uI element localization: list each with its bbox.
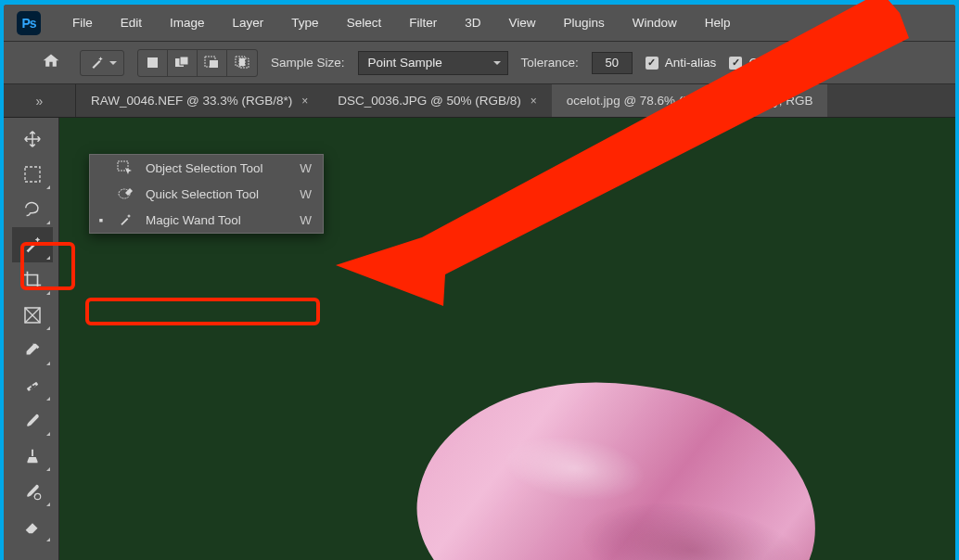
document-tabs: » RAW_0046.NEF @ 33.3% (RGB/8*) × DSC_00… bbox=[4, 84, 955, 118]
svg-point-13 bbox=[34, 493, 40, 499]
move-tool[interactable] bbox=[12, 121, 53, 157]
contiguous-label: Contiguous bbox=[748, 56, 812, 70]
add-selection-button[interactable] bbox=[168, 50, 198, 76]
new-selection-button[interactable] bbox=[138, 50, 168, 76]
menu-window[interactable]: Window bbox=[623, 11, 686, 34]
quick-selection-icon bbox=[116, 186, 134, 201]
menu-layer[interactable]: Layer bbox=[224, 11, 274, 34]
contiguous-checkbox[interactable]: ✓ Contiguous bbox=[729, 56, 812, 70]
sample-size-dropdown[interactable]: Point Sample bbox=[358, 51, 508, 75]
magic-wand-icon bbox=[86, 55, 107, 71]
flyout-item-magic-wand[interactable]: ▪ Magic Wand Tool W bbox=[90, 207, 323, 233]
menu-filter[interactable]: Filter bbox=[400, 11, 446, 34]
healing-brush-tool[interactable] bbox=[12, 368, 53, 403]
flyout-label: Quick Selection Tool bbox=[146, 187, 288, 201]
menu-edit[interactable]: Edit bbox=[111, 11, 151, 34]
antialias-checkbox[interactable]: ✓ Anti-alias bbox=[646, 56, 717, 70]
menu-type[interactable]: Type bbox=[282, 11, 327, 34]
brush-tool[interactable] bbox=[12, 403, 53, 439]
magic-wand-icon bbox=[116, 212, 134, 227]
menus: File Edit Image Layer Type Select Filter… bbox=[63, 11, 740, 34]
flyout-label: Magic Wand Tool bbox=[146, 213, 288, 227]
lasso-tool[interactable] bbox=[12, 192, 53, 227]
checkmark-icon: ✓ bbox=[729, 57, 742, 70]
menu-file[interactable]: File bbox=[63, 11, 102, 34]
eyedropper-tool[interactable] bbox=[12, 333, 53, 368]
annotation-highlight bbox=[85, 298, 320, 325]
app-window: Ps File Edit Image Layer Type Select Fil… bbox=[4, 5, 955, 560]
checkmark-icon: ✓ bbox=[646, 57, 659, 70]
tolerance-label: Tolerance: bbox=[521, 56, 579, 70]
chevron-down-icon bbox=[109, 58, 118, 68]
frame-tool[interactable] bbox=[12, 298, 53, 333]
clone-stamp-tool[interactable] bbox=[12, 439, 53, 474]
close-icon[interactable]: × bbox=[301, 95, 308, 108]
sample-size-value: Point Sample bbox=[368, 56, 442, 70]
options-bar: Sample Size: Point Sample Tolerance: ✓ A… bbox=[4, 42, 955, 84]
history-brush-tool[interactable] bbox=[12, 474, 53, 509]
sample-size-label: Sample Size: bbox=[271, 56, 345, 70]
object-selection-icon bbox=[116, 160, 134, 175]
menu-view[interactable]: View bbox=[499, 11, 544, 34]
flyout-item-object-selection[interactable]: Object Selection Tool W bbox=[90, 155, 323, 181]
document-tab[interactable]: RAW_0046.NEF @ 33.3% (RGB/8*) × bbox=[76, 84, 323, 117]
selection-mode-group bbox=[137, 49, 258, 77]
flyout-shortcut: W bbox=[300, 187, 315, 201]
tool-preset-dropdown[interactable] bbox=[80, 50, 124, 76]
eraser-tool[interactable] bbox=[12, 509, 53, 544]
menu-3d[interactable]: 3D bbox=[455, 11, 490, 34]
menu-help[interactable]: Help bbox=[696, 11, 740, 34]
selected-marker: ▪ bbox=[97, 213, 105, 227]
document-tab[interactable]: ocelot.jpg @ 78.6% (Background copy, RGB bbox=[552, 84, 828, 117]
menu-image[interactable]: Image bbox=[160, 11, 214, 34]
subtract-selection-button[interactable] bbox=[198, 50, 227, 76]
tools-panel bbox=[4, 118, 59, 560]
menubar: Ps File Edit Image Layer Type Select Fil… bbox=[4, 5, 955, 42]
tool-flyout: Object Selection Tool W Quick Selection … bbox=[89, 154, 324, 234]
close-icon[interactable]: × bbox=[531, 95, 537, 108]
svg-rect-7 bbox=[239, 58, 245, 66]
svg-rect-0 bbox=[147, 57, 158, 68]
menu-select[interactable]: Select bbox=[338, 11, 391, 34]
flyout-shortcut: W bbox=[300, 213, 315, 227]
home-button[interactable] bbox=[35, 48, 67, 77]
flyout-item-quick-selection[interactable]: Quick Selection Tool W bbox=[90, 181, 323, 207]
intersect-selection-button[interactable] bbox=[227, 50, 257, 76]
annotation-highlight bbox=[20, 242, 75, 290]
antialias-label: Anti-alias bbox=[665, 56, 717, 70]
chevron-down-icon bbox=[492, 58, 502, 68]
tab-label: RAW_0046.NEF @ 33.3% (RGB/8*) bbox=[91, 94, 292, 108]
menu-plugins[interactable]: Plugins bbox=[554, 11, 613, 34]
svg-rect-2 bbox=[180, 57, 188, 65]
tab-label: ocelot.jpg @ 78.6% (Background copy, RGB bbox=[567, 94, 813, 108]
tolerance-input[interactable] bbox=[592, 52, 633, 74]
app-logo[interactable]: Ps bbox=[17, 11, 41, 35]
svg-rect-4 bbox=[210, 60, 218, 68]
marquee-tool[interactable] bbox=[12, 157, 53, 192]
image-subject bbox=[402, 357, 833, 560]
document-tab[interactable]: DSC_0036.JPG @ 50% (RGB/8) × bbox=[323, 84, 552, 117]
svg-rect-8 bbox=[25, 167, 40, 182]
toolbar-expand-toggle[interactable]: » bbox=[4, 84, 76, 117]
tab-label: DSC_0036.JPG @ 50% (RGB/8) bbox=[338, 94, 521, 108]
flyout-label: Object Selection Tool bbox=[146, 161, 288, 175]
flyout-shortcut: W bbox=[300, 161, 315, 175]
